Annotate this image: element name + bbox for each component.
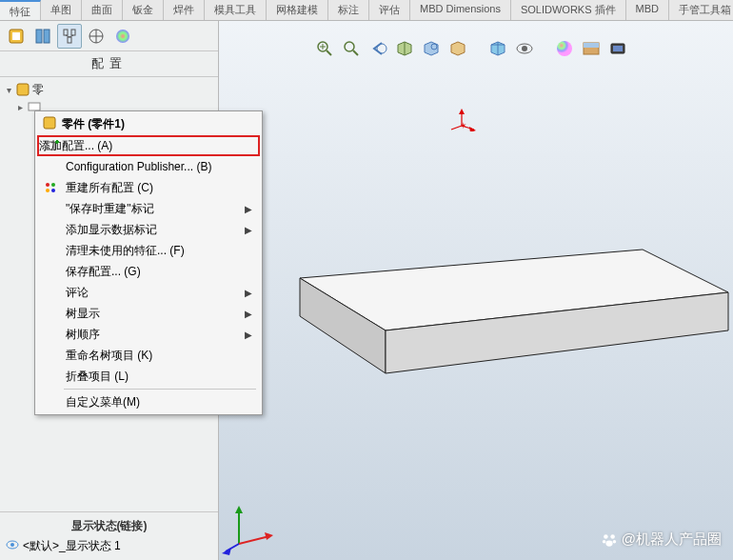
menu-item-6[interactable]: 保存配置... (G)	[37, 261, 260, 282]
svg-point-27	[522, 46, 527, 51]
menu-item-8[interactable]: 树显示▶	[37, 303, 260, 324]
menu-item-label: 评论	[66, 285, 89, 301]
zoom-area-icon[interactable]	[341, 38, 362, 59]
watermark: @机器人产品圈	[601, 530, 722, 549]
svg-line-44	[239, 536, 269, 544]
svg-line-20	[353, 50, 358, 55]
menu-item-label: Configuration Publisher... (B)	[66, 160, 211, 173]
menu-item-0[interactable]: 添加配置... (A)	[37, 135, 260, 156]
tab-annotate[interactable]: 标注	[328, 0, 369, 20]
menu-item-label: 折叠项目 (L)	[66, 369, 129, 385]
svg-point-52	[605, 540, 612, 546]
sidebar-toolbar	[0, 21, 218, 51]
menu-item-3[interactable]: "保存时重建"标记▶	[37, 198, 260, 219]
prev-view-icon[interactable]	[367, 38, 388, 59]
scene-icon[interactable]	[581, 38, 602, 59]
svg-rect-32	[613, 46, 623, 51]
rebuild-icon	[43, 180, 58, 195]
tab-sheetmetal[interactable]: 钣金	[123, 0, 164, 20]
add-config-icon	[45, 138, 60, 153]
tab-mbd[interactable]: MBD	[626, 0, 669, 20]
svg-marker-45	[265, 532, 273, 540]
dimxpert-icon[interactable]	[84, 24, 109, 49]
section-icon[interactable]	[394, 38, 415, 59]
dynamic-icon[interactable]	[421, 38, 442, 59]
svg-rect-5	[71, 30, 75, 35]
tab-weldments[interactable]: 焊件	[164, 0, 205, 20]
tab-toolbox[interactable]: 手管工具箱	[669, 0, 733, 20]
svg-rect-6	[68, 37, 71, 43]
svg-point-48	[604, 534, 608, 539]
menu-item-label: "保存时重建"标记	[66, 201, 154, 217]
tree-root[interactable]: ▾ 零	[2, 81, 216, 98]
svg-text:✶: ✶	[460, 121, 467, 130]
svg-rect-2	[36, 30, 42, 43]
menu-item-5[interactable]: 清理未使用的特征... (F)	[37, 240, 260, 261]
expand-icon[interactable]: ▸	[15, 102, 25, 112]
svg-point-12	[116, 30, 129, 43]
svg-point-59	[46, 189, 50, 192]
feature-tree-icon[interactable]	[4, 24, 29, 49]
menu-item-13[interactable]: 自定义菜单(M)	[37, 391, 260, 412]
menu-item-label: 重命名树项目 (K)	[66, 348, 152, 364]
zoom-fit-icon[interactable]	[314, 38, 335, 59]
menu-item-1[interactable]: Configuration Publisher... (B)	[37, 156, 260, 177]
menu-item-label: 重建所有配置 (C)	[66, 180, 153, 196]
svg-rect-54	[47, 142, 54, 150]
view-triad[interactable]	[222, 498, 279, 555]
view-toolbar	[314, 38, 628, 59]
hide-show-icon[interactable]	[514, 38, 535, 59]
appearance-icon[interactable]	[110, 24, 135, 49]
menu-item-label: 树显示	[66, 306, 100, 322]
appearance-sphere-icon[interactable]	[554, 38, 575, 59]
menu-item-2[interactable]: 重建所有配置 (C)	[37, 177, 260, 198]
svg-rect-3	[44, 30, 50, 43]
svg-rect-53	[44, 117, 55, 129]
display-state-panel: 显示状态(链接) <默认>_显示状态 1	[0, 511, 218, 560]
menu-item-9[interactable]: 树顺序▶	[37, 324, 260, 345]
svg-point-57	[46, 183, 50, 187]
menu-item-4[interactable]: 添加显示数据标记▶	[37, 219, 260, 240]
tree-root-label: 零	[32, 82, 44, 98]
menu-item-label: 保存配置... (G)	[66, 264, 141, 280]
submenu-arrow-icon: ▶	[245, 204, 252, 214]
menu-item-7[interactable]: 评论▶	[37, 282, 260, 303]
svg-marker-39	[469, 127, 476, 131]
tab-evaluate[interactable]: 评估	[369, 0, 410, 20]
property-icon[interactable]	[30, 24, 55, 49]
tab-features[interactable]: 特征	[0, 0, 41, 20]
svg-line-38	[462, 126, 474, 130]
display-state-title: 显示状态(链接)	[0, 516, 218, 536]
display-state-item[interactable]: <默认>_显示状态 1	[0, 536, 218, 556]
paw-icon	[601, 531, 618, 549]
eye-icon	[6, 538, 19, 554]
menu-item-label: 添加显示数据标记	[66, 222, 157, 238]
tab-mesh[interactable]: 网格建模	[267, 0, 328, 20]
tab-mold[interactable]: 模具工具	[205, 0, 267, 20]
tab-surface[interactable]: 曲面	[82, 0, 123, 20]
menu-item-11[interactable]: 折叠项目 (L)	[37, 366, 260, 387]
config-icon[interactable]	[57, 24, 82, 49]
menu-item-label: 自定义菜单(M)	[66, 394, 140, 410]
svg-rect-13	[17, 84, 29, 95]
svg-point-51	[612, 540, 616, 544]
submenu-arrow-icon: ▶	[245, 288, 252, 298]
svg-point-21	[377, 44, 386, 53]
svg-point-50	[603, 540, 606, 544]
tab-sketch[interactable]: 单图	[41, 0, 82, 20]
menu-item-label: 树顺序	[66, 327, 100, 343]
display-style-icon[interactable]	[487, 38, 508, 59]
origin-marker: ✶	[447, 109, 476, 134]
menu-item-10[interactable]: 重命名树项目 (K)	[37, 345, 260, 366]
svg-marker-47	[222, 548, 231, 555]
submenu-arrow-icon: ▶	[245, 309, 252, 319]
svg-line-40	[451, 126, 462, 130]
viewport[interactable]: ✶ @机器人产品圈	[219, 21, 733, 560]
view-orient-icon[interactable]	[447, 38, 468, 59]
collapse-icon[interactable]: ▾	[4, 85, 13, 95]
panel-title: 配置	[0, 51, 218, 77]
svg-rect-4	[64, 30, 68, 35]
tab-mbd-dim[interactable]: MBD Dimensions	[410, 0, 511, 20]
tab-addins[interactable]: SOLIDWORKS 插件	[511, 0, 626, 20]
render-icon[interactable]	[607, 38, 628, 59]
